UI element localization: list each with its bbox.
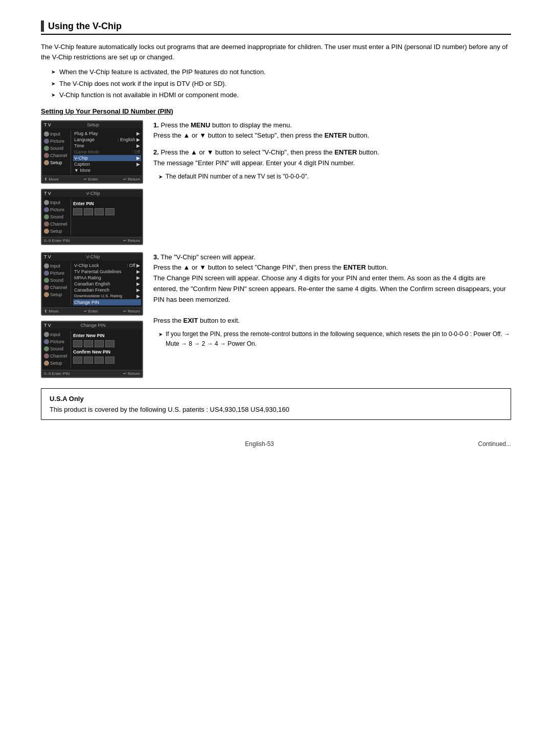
input-icon	[44, 131, 49, 137]
tv1-menu-plugplay: Plug & Play▶	[73, 130, 141, 137]
tv4-body: Input Picture Sound Channel	[42, 329, 142, 370]
tv3-bottom-return: ↩ Return	[123, 309, 140, 314]
tv4-pin-box-2	[84, 340, 93, 347]
tv4-confirm-pin-boxes	[73, 357, 139, 364]
tv3-menu-tvparental: TV Parental Guidelines▶	[73, 269, 141, 275]
tv4-main: Enter New PIN Confirm New PIN	[71, 331, 141, 368]
tv4-sidebar: Input Picture Sound Channel	[43, 331, 71, 368]
tv1-setup-label: Setup	[50, 160, 62, 165]
step3-note-text: If you forget the PIN, press the remote-…	[166, 329, 511, 349]
tv1-bottom-move: ⬆ Move	[44, 177, 59, 182]
step1-text3: Press the ▲ or ▼ button to select "Setup…	[153, 131, 325, 139]
instructions-col-12: 1. Press the MENU button to display the …	[153, 120, 511, 245]
tv4-pin-box-1	[73, 340, 82, 347]
tv3-menu-canfrench: Canadian French▶	[73, 287, 141, 293]
pin-box-2	[84, 208, 93, 215]
tv3-picture-icon	[44, 271, 49, 276]
tv1-menu-more: ▼ More	[73, 167, 141, 173]
tv3-sidebar-sound: Sound	[43, 277, 70, 284]
tv1-menu-time: Time▶	[73, 143, 141, 149]
main-two-col: T V Setup __ Input Picture	[41, 120, 511, 245]
tv4-enter-new-pin-label: Enter New PIN	[73, 333, 139, 338]
tv2-sidebar-setup: Setup	[43, 228, 70, 235]
intro-text: The V-Chip feature automatically locks o…	[41, 42, 511, 62]
tv-screen-4: T V Change PIN __ Input Picture	[41, 321, 143, 378]
tv2-sidebar-picture: Picture	[43, 206, 70, 213]
tv2-sidebar-channel: Channel	[43, 220, 70, 228]
tv1-sidebar-setup: Setup	[43, 159, 70, 166]
page-content: Using the V-Chip The V-Chip feature auto…	[41, 20, 511, 448]
step3-bold-exit: EXIT	[183, 317, 198, 324]
tv4-conf-pin-box-2	[84, 357, 93, 364]
tv4-pin-box-4	[105, 340, 114, 347]
tv1-label: T V	[44, 122, 51, 127]
tv4-bottom-return: ↩ Return	[123, 371, 140, 376]
tv4-sidebar-sound: Sound	[43, 345, 70, 352]
step3-exit-text2: button to exit.	[198, 317, 240, 324]
tv2-body: Input Picture Sound Channel	[42, 197, 142, 237]
tv1-main: Plug & Play▶ Language: English ▶ Time▶ G…	[71, 130, 141, 173]
bullet-item-2: The V-Chip does not work if the input is…	[51, 79, 511, 89]
tv3-menu-vchiplock: V-Chip Lock: Off ▶	[73, 262, 141, 269]
tv4-conf-pin-box-4	[105, 357, 114, 364]
tv1-sound-label: Sound	[50, 146, 63, 151]
tv1-sidebar-channel: Channel	[43, 152, 70, 159]
page-title: Using the V-Chip	[48, 21, 122, 32]
step3-bold-enter: ENTER	[343, 263, 366, 271]
tv3-bottom-enter: ↵ Enter	[84, 309, 98, 314]
continued-text: Continued...	[478, 440, 511, 448]
tv3-sidebar-picture: Picture	[43, 270, 70, 277]
tv1-bottom-return: ↩ Return	[123, 177, 140, 182]
tv-screen-1: T V Setup __ Input Picture	[41, 120, 143, 184]
tv4-bottom: 0–9 Enter PIN ↩ Return	[42, 370, 142, 377]
tv1-bottom: ⬆ Move ↵ Enter ↩ Return	[42, 175, 142, 183]
step2-text2: button.	[357, 148, 379, 156]
tv4-setup-icon	[44, 361, 49, 366]
tv1-body: Input Picture Sound Channel	[42, 128, 142, 175]
tv2-sidebar-sound: Sound	[43, 213, 70, 220]
usa-text: This product is covered by the following…	[50, 406, 502, 413]
tv3-channel-icon	[44, 285, 49, 290]
usa-box: U.S.A Only This product is covered by th…	[41, 388, 511, 420]
step3-num: 3.	[153, 253, 159, 261]
tv3-sidebar: Input Picture Sound Channel	[43, 262, 71, 305]
tv-screen-2: T V V-Chip __ Input Picture	[41, 189, 143, 245]
sub-heading: Setting Up Your Personal ID Number (PIN)	[41, 107, 511, 115]
picture-icon	[44, 139, 49, 144]
tv2-sidebar: Input Picture Sound Channel	[43, 199, 71, 235]
tv2-pin-boxes	[73, 208, 139, 215]
tv2-setup-icon	[44, 229, 49, 234]
step3-text1: The "V-Chip" screen will appear.	[160, 253, 256, 261]
step1-text1: Press the	[160, 121, 191, 129]
tv4-conf-pin-box-1	[73, 357, 82, 364]
setup-icon	[44, 160, 49, 165]
step2-note-text: The default PIN number of a new TV set i…	[166, 172, 309, 182]
tv1-channel-label: Channel	[50, 153, 67, 158]
tv3-sidebar-setup: Setup	[43, 291, 70, 298]
usa-title: U.S.A Only	[50, 395, 502, 403]
tv4-sidebar-channel: Channel	[43, 352, 70, 360]
tv2-enter-pin-label: Enter PIN	[73, 201, 139, 206]
tv3-menu-downloadable: Downloadable U.S. Rating▶	[73, 293, 141, 299]
tv2-sidebar-input: Input	[43, 199, 70, 206]
step3-text3: button.	[366, 263, 388, 271]
tv4-sidebar-picture: Picture	[43, 338, 70, 345]
tv4-label: T V	[44, 323, 51, 328]
tv1-menu-gamemode: Game Mode: Off	[73, 149, 141, 155]
tv2-sound-icon	[44, 214, 49, 219]
tv2-channel-icon	[44, 221, 49, 227]
tv4-channel-icon	[44, 353, 49, 359]
tv1-input-label: Input	[50, 131, 60, 137]
step2-text3: The message "Enter PIN" will appear. Ent…	[153, 159, 355, 167]
instruction-step1: 1. Press the MENU button to display the …	[153, 120, 511, 142]
tv-screen-3: T V V-Chip __ Input Picture	[41, 252, 143, 316]
tv4-confirm-new-pin-label: Confirm New PIN	[73, 349, 139, 354]
step1-bold-menu: MENU	[191, 121, 210, 129]
tv4-sidebar-input: Input	[43, 331, 70, 338]
tv4-sidebar-setup: Setup	[43, 360, 70, 367]
tv4-new-pin-boxes	[73, 340, 139, 347]
channel-icon	[44, 153, 49, 158]
step3-exit-text: Press the	[153, 317, 183, 324]
pin-box-3	[95, 208, 104, 215]
tv1-title: Setup	[87, 122, 99, 127]
